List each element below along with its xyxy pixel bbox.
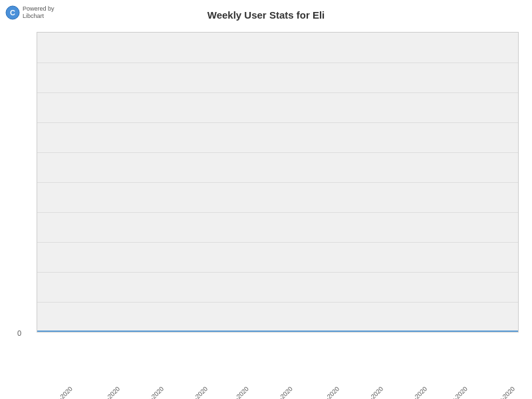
x-axis: 4-Jan-202011-Jan-202018-Jan-202025-Jan-2… — [37, 332, 519, 392]
x-axis-label: 1-Feb-2020 — [221, 385, 250, 399]
x-axis-label: 8-Feb-2020 — [265, 385, 294, 399]
x-axis-label: 15-Feb-2020 — [310, 385, 340, 399]
grid-line-2 — [37, 92, 518, 93]
grid-lines — [37, 33, 518, 332]
x-axis-label: 29-Feb-2020 — [398, 385, 428, 399]
x-axis-label: 21-Mar-2020 — [529, 385, 532, 399]
x-axis-label: 14-Mar-2020 — [485, 385, 516, 399]
grid-line-5 — [37, 182, 518, 183]
chart-title: Weekly User Stats for Eli — [0, 9, 532, 21]
x-axis-label: 25-Jan-2020 — [178, 385, 209, 399]
y-axis-zero-label: 0 — [17, 329, 21, 337]
grid-line-6 — [37, 212, 518, 213]
grid-line-1 — [37, 63, 518, 63]
grid-line-7 — [37, 242, 518, 243]
chart-container: C Powered by Libchart Weekly User Stats … — [0, 0, 532, 399]
x-axis-label: 7-Mar-2020 — [441, 385, 469, 399]
grid-line-9 — [37, 302, 518, 303]
x-axis-label: 4-Jan-2020 — [46, 385, 74, 399]
data-series-line — [37, 331, 518, 332]
x-axis-label: 11-Jan-2020 — [91, 385, 122, 399]
chart-plot-area: 0 — [37, 32, 519, 332]
grid-line-3 — [37, 122, 518, 123]
x-axis-label: 22-Feb-2020 — [354, 385, 384, 399]
grid-line-4 — [37, 152, 518, 153]
grid-line-8 — [37, 272, 518, 273]
x-axis-label: 18-Jan-2020 — [134, 385, 165, 399]
